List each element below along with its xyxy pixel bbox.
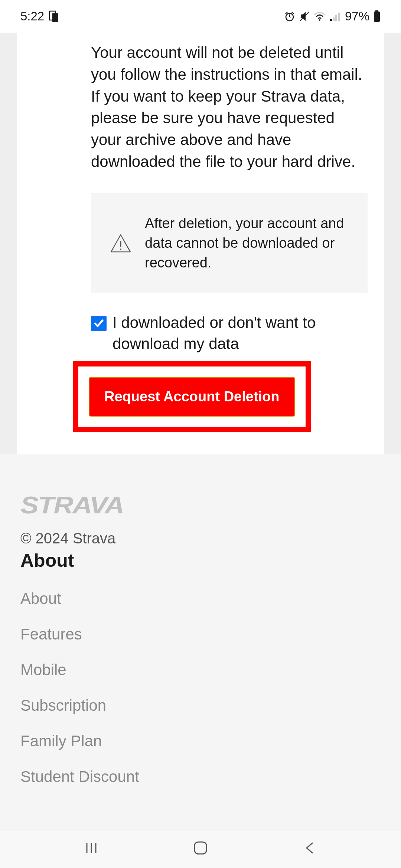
footer-link-about[interactable]: About bbox=[20, 590, 381, 608]
signal-icon bbox=[329, 11, 341, 22]
alarm-icon bbox=[284, 11, 295, 22]
svg-point-8 bbox=[319, 19, 320, 21]
status-time: 5:22 bbox=[20, 9, 44, 23]
svg-rect-11 bbox=[335, 15, 337, 21]
status-left: 5:22 bbox=[20, 9, 59, 23]
svg-rect-9 bbox=[330, 19, 332, 21]
svg-line-5 bbox=[286, 12, 287, 14]
footer-link-family-plan[interactable]: Family Plan bbox=[20, 732, 381, 750]
warning-box: After deletion, your account and data ca… bbox=[91, 193, 368, 293]
recent-apps-button[interactable] bbox=[83, 840, 100, 858]
instruction-text: Your account will not be deleted until y… bbox=[91, 33, 368, 173]
download-confirm-checkbox[interactable] bbox=[91, 316, 107, 331]
status-right: 97% bbox=[284, 9, 381, 23]
svg-point-16 bbox=[120, 249, 121, 250]
settings-card: Your account will not be deleted until y… bbox=[17, 33, 384, 454]
svg-rect-20 bbox=[195, 842, 206, 854]
footer-about-heading: About bbox=[20, 550, 381, 571]
svg-rect-1 bbox=[52, 13, 58, 22]
warning-triangle-icon bbox=[110, 233, 132, 253]
svg-rect-13 bbox=[375, 10, 378, 11]
svg-line-6 bbox=[292, 12, 294, 14]
back-button[interactable] bbox=[301, 840, 318, 858]
strava-logo: STRAVA bbox=[20, 491, 401, 519]
footer-links: About Features Mobile Subscription Famil… bbox=[20, 590, 381, 786]
svg-rect-14 bbox=[374, 11, 380, 22]
home-button[interactable] bbox=[192, 839, 209, 858]
checkbox-row[interactable]: I downloaded or don't want to download m… bbox=[91, 312, 368, 354]
warning-text: After deletion, your account and data ca… bbox=[145, 214, 349, 273]
status-bar: 5:22 97% bbox=[0, 0, 401, 33]
sim-icon bbox=[49, 10, 59, 22]
content-area: Your account will not be deleted until y… bbox=[0, 33, 401, 454]
footer: STRAVA © 2024 Strava About About Feature… bbox=[0, 454, 401, 797]
battery-icon bbox=[373, 10, 381, 22]
footer-link-student-discount[interactable]: Student Discount bbox=[20, 768, 381, 786]
checkbox-label: I downloaded or don't want to download m… bbox=[113, 312, 368, 354]
battery-percent: 97% bbox=[345, 9, 369, 23]
mute-icon bbox=[299, 11, 310, 22]
highlight-annotation: Request Account Deletion bbox=[73, 361, 311, 432]
android-nav-bar bbox=[0, 829, 401, 868]
footer-link-subscription[interactable]: Subscription bbox=[20, 697, 381, 714]
svg-rect-12 bbox=[338, 13, 340, 21]
checkmark-icon bbox=[93, 318, 104, 329]
footer-link-features[interactable]: Features bbox=[20, 625, 381, 643]
copyright-text: © 2024 Strava bbox=[20, 530, 381, 547]
request-account-deletion-button[interactable]: Request Account Deletion bbox=[89, 377, 295, 417]
footer-link-mobile[interactable]: Mobile bbox=[20, 661, 381, 679]
svg-rect-10 bbox=[333, 17, 335, 21]
wifi-icon bbox=[314, 11, 326, 22]
